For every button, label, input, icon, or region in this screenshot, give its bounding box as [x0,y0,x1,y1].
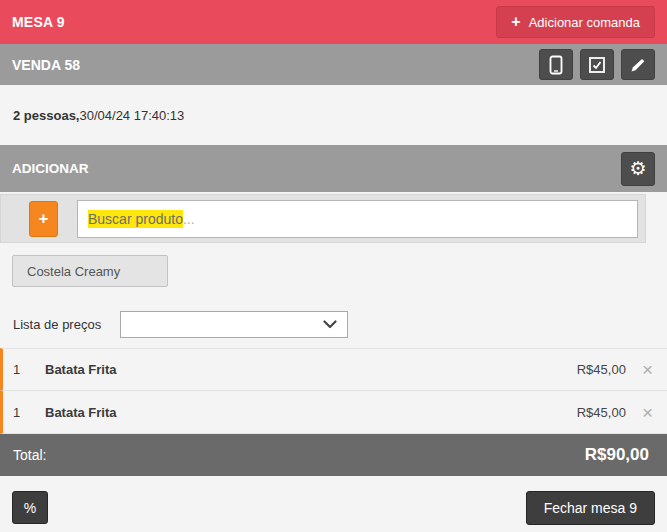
mobile-icon [548,55,564,75]
close-icon: × [642,359,653,380]
order-item-row: 1 Batata Frita R$45,00 × [0,391,667,434]
settings-button[interactable]: ⚙ [621,152,655,186]
item-name: Batata Frita [45,362,577,377]
edit-button[interactable] [621,49,655,80]
people-count: 2 pessoas, [13,108,80,123]
remove-item-button[interactable]: × [640,403,655,422]
total-label: Total: [13,447,46,463]
gear-icon: ⚙ [629,159,646,178]
mobile-button[interactable] [539,49,573,80]
sale-info-row: 2 pessoas, 30/04/24 17:40:13 [0,85,667,145]
total-bar: Total: R$90,00 [0,434,667,476]
chevron-down-icon [323,320,337,329]
table-title: MESA 9 [12,14,65,30]
add-section-bar: ADICIONAR ⚙ [0,145,667,192]
total-value: R$90,00 [585,445,649,465]
product-shortcut-button[interactable]: Costela Creamy [12,255,168,287]
item-price: R$45,00 [577,405,626,420]
item-price: R$45,00 [577,362,626,377]
search-placeholder-ellipsis: ... [183,211,195,227]
item-name: Batata Frita [45,405,577,420]
price-list-row: Lista de preços [0,311,667,338]
add-product-button[interactable]: + [29,201,58,237]
checklist-button[interactable] [580,49,614,80]
price-list-select[interactable] [120,311,348,338]
discount-percent-button[interactable]: % [12,491,48,524]
add-section-title: ADICIONAR [12,161,89,176]
sale-title: VENDA 58 [12,57,80,73]
checkbox-icon [588,56,606,74]
close-icon: × [642,402,653,423]
item-quantity: 1 [13,405,45,420]
close-table-button[interactable]: Fechar mesa 9 [526,491,655,525]
search-placeholder-highlight: Buscar produto [88,210,183,228]
search-input[interactable]: Buscar produto... [77,200,638,238]
add-comanda-label: Adicionar comanda [529,15,640,30]
item-quantity: 1 [13,362,45,377]
search-band: + Buscar produto... [0,194,646,243]
sale-actions [539,49,655,80]
product-shortcut-row: Costela Creamy [0,243,667,299]
sale-datetime: 30/04/24 17:40:13 [80,108,185,123]
order-items-list: 1 Batata Frita R$45,00 × 1 Batata Frita … [0,348,667,434]
add-comanda-button[interactable]: + Adicionar comanda [496,6,655,38]
sale-header-bar: VENDA 58 [0,44,667,85]
table-header-bar: MESA 9 + Adicionar comanda [0,0,667,44]
plus-icon: + [39,210,49,227]
pencil-icon [629,56,647,74]
footer-actions: % Fechar mesa 9 [0,476,667,525]
price-list-label: Lista de preços [13,317,120,332]
remove-item-button[interactable]: × [640,360,655,379]
plus-icon: + [511,14,520,30]
order-item-row: 1 Batata Frita R$45,00 × [0,348,667,391]
